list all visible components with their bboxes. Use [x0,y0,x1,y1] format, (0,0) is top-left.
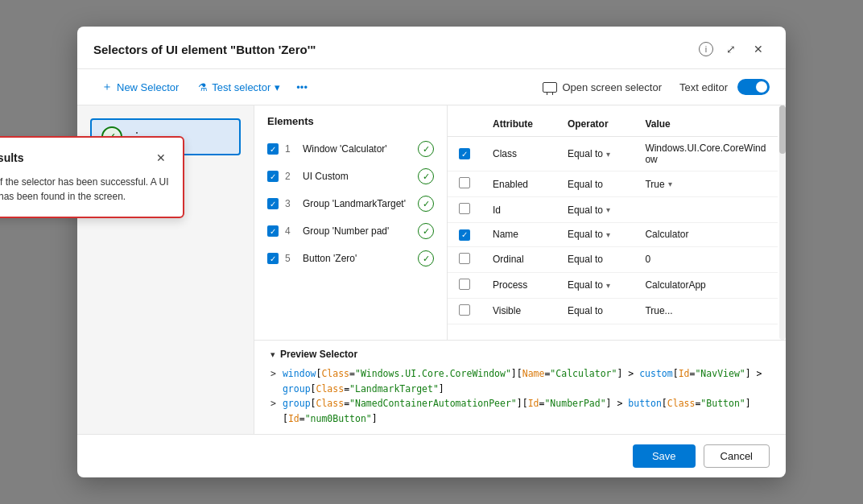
attr-check-class[interactable] [448,137,481,171]
attr-name-id: Id [481,197,556,223]
element-item-3[interactable]: 3 Group 'LandmarkTarget' ✓ [254,190,447,217]
attr-name-class: Class [481,137,556,171]
test-results-popup: Test results ✕ Testing of the selector h… [0,136,184,218]
attr-row-process: Process Equal to ▾ CalculatorApp [448,272,778,298]
more-options-button[interactable]: ••• [291,77,312,97]
element-checkbox-5[interactable] [267,253,279,264]
attr-op-ordinal: Equal to [556,246,634,272]
code-text-1: window[Class="Windows.UI.Core.CoreWindow… [283,366,770,396]
element-status-5: ✓ [418,250,434,266]
attr-name-ordinal: Ordinal [481,246,556,272]
attr-row-enabled: Enabled Equal to True ▾ [448,171,778,197]
close-button[interactable]: ✕ [747,38,770,60]
attr-val-visible: True... [634,298,778,324]
attr-check-visible[interactable] [448,298,481,324]
attr-op-process[interactable]: Equal to ▾ [556,272,634,298]
preview-section: ▾ Preview Selector > window[Class="Windo… [254,340,786,434]
attr-row-class: Class Equal to ▾ Windows.UI.Core.CoreWin… [448,137,778,171]
attr-row-id: Id Equal to ▾ [448,197,778,223]
left-panel: ✓ ⋮ Test results ✕ Testing of the select… [77,105,254,434]
element-checkbox-3[interactable] [267,198,279,209]
test-selector-button[interactable]: ⚗ Test selector ▾ [190,77,288,97]
attr-op-class[interactable]: Equal to ▾ [556,137,634,171]
attr-check-process[interactable] [448,272,481,298]
dialog-body: ✓ ⋮ Test results ✕ Testing of the select… [77,105,786,434]
element-num-2: 2 [285,171,296,182]
code-arrow-2: > [270,396,276,411]
preview-header[interactable]: ▾ Preview Selector [270,349,770,360]
attr-name-visible: Visible [481,298,556,324]
scrollbar-thumb [779,105,786,154]
attributes-scrollbar[interactable] [779,105,786,340]
attr-val-name: Calculator [634,223,778,247]
element-name-5: Button 'Zero' [303,253,411,264]
attr-val-enabled[interactable]: True ▾ [634,171,778,197]
element-checkbox-2[interactable] [267,171,279,182]
selectors-dialog: Selectors of UI element "Button 'Zero'" … [77,27,786,477]
new-selector-label: New Selector [117,81,179,93]
test-selector-label: Test selector [212,81,270,93]
cancel-button[interactable]: Cancel [704,444,770,468]
attr-check-enabled[interactable] [448,171,481,197]
dialog-controls: ⤢ ✕ [720,38,770,60]
close-test-results-button[interactable]: ✕ [152,149,170,167]
restore-button[interactable]: ⤢ [720,38,742,60]
attr-name-name: Name [481,223,556,247]
attr-check-name[interactable] [448,223,481,247]
attributes-panel: Attribute Operator Value Class [448,105,778,340]
val-chevron-enabled: ▾ [668,180,672,188]
op-chevron-id: ▾ [606,205,610,214]
element-name-4: Group 'Number pad' [303,225,411,237]
test-results-title: Test results [0,151,24,164]
element-status-1: ✓ [418,141,434,157]
code-line-2: > group[Class="NamedContainerAutomationP… [270,396,770,426]
flask-icon: ⚗ [198,81,208,93]
col-attribute-header: Attribute [481,115,556,137]
op-chevron-name: ▾ [606,230,610,239]
element-item-2[interactable]: 2 UI Custom ✓ [254,163,447,190]
op-chevron-class: ▾ [606,150,610,159]
element-status-4: ✓ [418,223,434,239]
open-screen-selector-button[interactable]: Open screen selector [535,77,670,97]
more-options-icon: ••• [296,81,308,93]
attr-check-ordinal[interactable] [448,246,481,272]
dialog-title: Selectors of UI element "Button 'Zero'" [93,43,689,56]
element-num-1: 1 [285,143,296,155]
screen-icon [543,82,557,93]
element-item-5[interactable]: 5 Button 'Zero' ✓ [254,245,447,272]
info-icon[interactable]: i [699,42,713,56]
code-text-2: group[Class="NamedContainerAutomationPee… [283,396,770,426]
element-item-4[interactable]: 4 Group 'Number pad' ✓ [254,217,447,245]
element-checkbox-4[interactable] [267,225,279,237]
attr-val-ordinal: 0 [634,246,778,272]
attr-op-id[interactable]: Equal to ▾ [556,197,634,223]
code-arrow-1: > [270,366,276,381]
attr-op-name[interactable]: Equal to ▾ [556,223,634,247]
text-editor-toggle[interactable] [737,79,770,95]
elements-section: Elements 1 Window 'Calculator' ✓ 2 UI Cu… [254,105,786,340]
element-item-1[interactable]: 1 Window 'Calculator' ✓ [254,135,447,163]
toolbar: ＋ New Selector ⚗ Test selector ▾ ••• Ope… [77,69,786,105]
attr-row-visible: Visible Equal to True... [448,298,778,324]
test-selector-chevron: ▾ [275,81,280,93]
preview-chevron-icon: ▾ [270,349,275,360]
element-checkbox-1[interactable] [267,143,279,155]
right-panel: Elements 1 Window 'Calculator' ✓ 2 UI Cu… [254,105,786,434]
test-results-message: Testing of the selector has been success… [0,175,170,204]
attr-name-process: Process [481,272,556,298]
code-line-1: > window[Class="Windows.UI.Core.CoreWind… [270,366,770,396]
plus-icon: ＋ [101,80,113,94]
open-screen-label: Open screen selector [562,81,662,93]
element-name-3: Group 'LandmarkTarget' [303,198,411,209]
new-selector-button[interactable]: ＋ New Selector [93,76,187,98]
element-num-4: 4 [285,225,296,237]
element-status-2: ✓ [418,168,434,184]
op-chevron-process: ▾ [606,281,610,290]
element-status-3: ✓ [418,196,434,212]
attr-op-enabled: Equal to [556,171,634,197]
save-button[interactable]: Save [633,444,696,468]
dialog-footer: Save Cancel [77,434,786,477]
attr-op-visible: Equal to [556,298,634,324]
attr-val-class: Windows.UI.Core.CoreWindow [634,137,778,171]
attr-check-id[interactable] [448,197,481,223]
